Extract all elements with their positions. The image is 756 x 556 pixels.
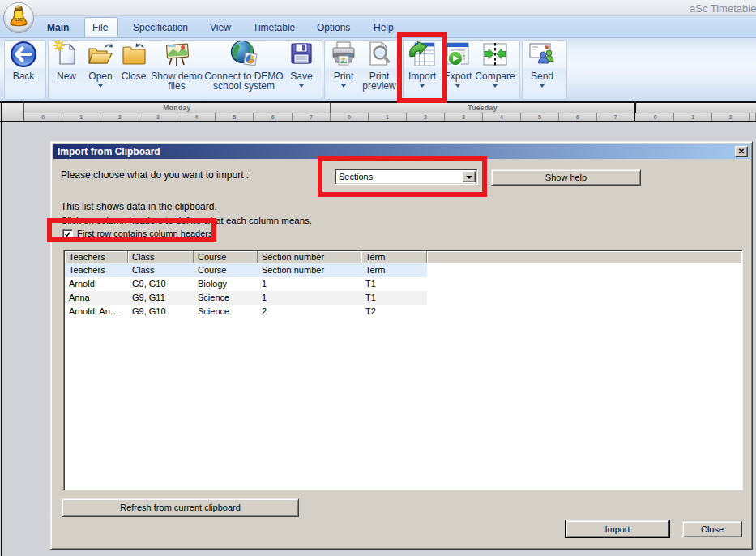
svg-text:asc: asc <box>15 16 23 22</box>
